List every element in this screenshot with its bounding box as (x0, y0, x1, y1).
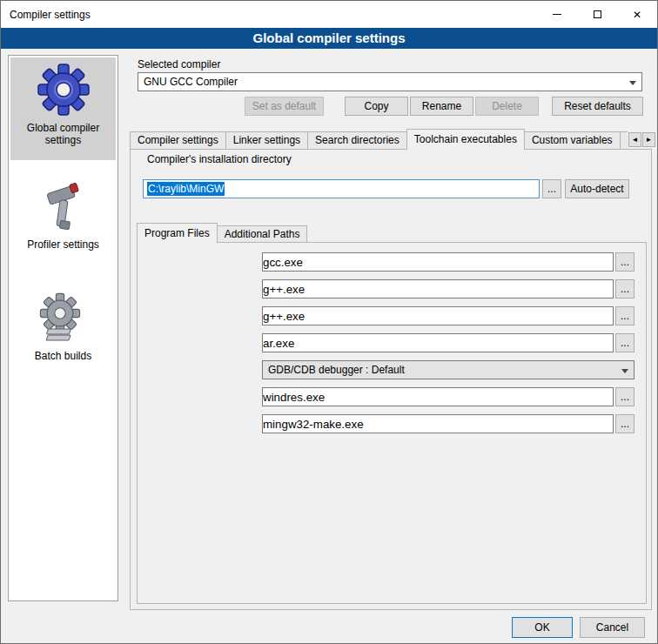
browse-dynamic-linker-button[interactable]: ... (615, 306, 634, 325)
debugger-select-value: GDB/CDB debugger : Default (268, 364, 405, 376)
reset-defaults-button[interactable]: Reset defaults (552, 97, 643, 116)
set-as-default-button[interactable]: Set as default (245, 97, 324, 116)
make-program-input[interactable] (262, 414, 614, 433)
dynamic-linker-input[interactable] (262, 306, 614, 325)
debugger-select[interactable]: GDB/CDB debugger : Default (262, 360, 634, 379)
install-dir-selected-text: C:\raylib\MinGW (147, 182, 225, 196)
delete-button[interactable]: Delete (475, 97, 539, 116)
sidebar-item-label: Batch builds (35, 350, 91, 362)
window-title: Compiler settings (1, 9, 91, 21)
copy-button[interactable]: Copy (345, 97, 408, 116)
sidebar-item-profiler-settings[interactable]: Profiler settings (10, 176, 116, 263)
compiler-select[interactable]: GNU GCC Compiler (138, 72, 642, 91)
browse-static-linker-button[interactable]: ... (615, 333, 634, 352)
rename-button[interactable]: Rename (410, 97, 473, 116)
subtab-additional-paths[interactable]: Additional Paths (217, 225, 308, 243)
ok-button[interactable]: OK (512, 617, 573, 638)
selected-compiler-label: Selected compiler (138, 58, 220, 70)
cancel-button[interactable]: Cancel (580, 617, 645, 638)
c-compiler-input[interactable] (262, 252, 614, 272)
window-controls: ✕ (537, 1, 657, 28)
tab-linker-settings[interactable]: Linker settings (225, 131, 308, 150)
gray-gears-icon (37, 292, 90, 345)
program-files-tabstrip: Program Files Additional Paths (137, 223, 624, 243)
tab-compiler-settings[interactable]: Compiler settings (130, 131, 226, 150)
page-title: Global compiler settings (1, 28, 657, 49)
close-icon: ✕ (633, 9, 641, 21)
sidebar-item-label: Profiler settings (27, 238, 99, 251)
tab-build-options[interactable]: Buil (620, 131, 628, 150)
close-button[interactable]: ✕ (617, 1, 657, 28)
browse-make-program-button[interactable]: ... (615, 414, 634, 433)
tab-scroll-left-button[interactable]: ◄ (628, 132, 641, 147)
subtab-program-files[interactable]: Program Files (137, 223, 218, 243)
resource-compiler-input[interactable] (262, 387, 614, 406)
installation-directory-group-title: Compiler's installation directory (144, 153, 295, 165)
maximize-icon (594, 10, 601, 18)
browse-resource-compiler-button[interactable]: ... (615, 387, 634, 406)
chevron-down-icon (629, 81, 636, 85)
profiler-tool-icon (37, 181, 90, 233)
compiler-select-value: GNU GCC Compiler (144, 76, 238, 88)
minimize-button[interactable] (537, 1, 577, 28)
sidebar-item-global-compiler-settings[interactable]: Global compiler settings (10, 57, 116, 160)
arrow-left-icon: ◄ (632, 136, 639, 144)
cpp-compiler-input[interactable] (262, 279, 614, 299)
blue-gear-icon (37, 63, 91, 117)
tab-toolchain-executables[interactable]: Toolchain executables (406, 129, 525, 150)
browse-cpp-compiler-button[interactable]: ... (615, 279, 634, 299)
install-dir-input[interactable]: C:\raylib\MinGW (143, 179, 540, 198)
static-linker-input[interactable] (262, 333, 614, 352)
browse-c-compiler-button[interactable]: ... (615, 252, 634, 272)
auto-detect-button[interactable]: Auto-detect (565, 179, 629, 198)
compiler-settings-window: Compiler settings ✕ Global compiler sett… (0, 0, 658, 644)
tab-search-directories[interactable]: Search directories (307, 131, 407, 150)
tab-custom-variables[interactable]: Custom variables (524, 131, 621, 150)
sidebar-item-label: Global compiler settings (12, 122, 114, 146)
chevron-down-icon (621, 369, 628, 373)
sidebar-item-batch-builds[interactable]: Batch builds (10, 287, 116, 374)
maximize-button[interactable] (577, 1, 617, 28)
minimize-icon (553, 14, 561, 15)
settings-tabstrip: Compiler settings Linker settings Search… (130, 129, 628, 150)
settings-sidebar: Global compiler settings Profiler settin… (8, 55, 118, 601)
titlebar: Compiler settings ✕ (1, 1, 657, 28)
browse-install-dir-button[interactable]: ... (542, 179, 561, 198)
arrow-right-icon: ► (646, 136, 653, 144)
tab-scroll-right-button[interactable]: ► (642, 132, 655, 147)
